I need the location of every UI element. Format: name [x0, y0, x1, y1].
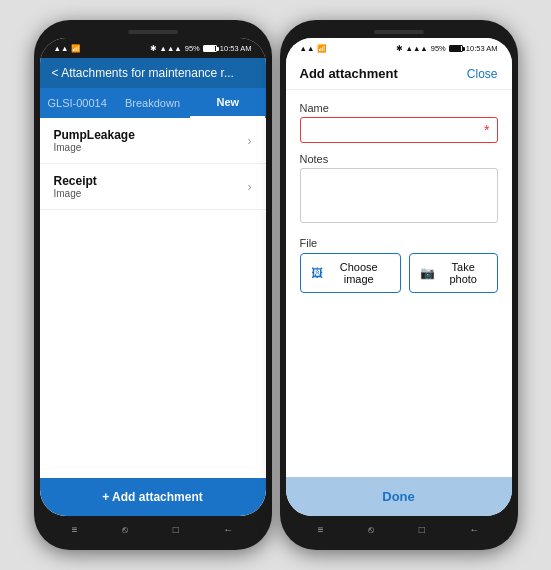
signal-bars-2: ▲▲▲: [406, 44, 428, 53]
phone-2: ▲▲ 📶 ✱ ▲▲▲ 95% 10:53 AM Add attachment C…: [280, 20, 518, 550]
status-right-1: ✱ ▲▲▲ 95% 10:53 AM: [150, 44, 252, 53]
back-link[interactable]: < Attachments for maintenance r...: [52, 66, 254, 80]
notes-label: Notes: [300, 153, 498, 165]
file-buttons: 🖼 Choose image 📷 Take photo: [300, 253, 498, 293]
take-photo-button[interactable]: 📷 Take photo: [409, 253, 498, 293]
form-header: Add attachment Close: [286, 58, 512, 90]
status-bar-1: ▲▲ 📶 ✱ ▲▲▲ 95% 10:53 AM: [40, 38, 266, 58]
wifi-icon-2: 📶: [317, 44, 326, 53]
form-title: Add attachment: [300, 66, 398, 81]
tab-breakdown[interactable]: Breakdown: [115, 89, 190, 117]
bottom-back-icon[interactable]: ←: [223, 524, 233, 535]
bottom-nav-2: ≡ ⎋ □ ←: [286, 516, 512, 540]
name-label: Name: [300, 102, 498, 114]
camera-icon: 📷: [420, 266, 435, 280]
nav-bar-1[interactable]: < Attachments for maintenance r...: [40, 58, 266, 88]
bottom-home-icon[interactable]: □: [173, 524, 179, 535]
form-body: Name * Notes File 🖼: [286, 90, 512, 477]
bottom-menu-icon-2[interactable]: ≡: [318, 524, 324, 535]
attachment-subtitle-1: Image: [54, 188, 97, 199]
status-bar-2: ▲▲ 📶 ✱ ▲▲▲ 95% 10:53 AM: [286, 38, 512, 58]
bottom-recent-icon[interactable]: ⎋: [122, 524, 128, 535]
battery-icon-2: [449, 45, 463, 52]
chevron-icon-1: ›: [248, 180, 252, 194]
status-left-2: ▲▲ 📶: [300, 44, 327, 53]
time-1: 10:53 AM: [220, 44, 252, 53]
status-left-1: ▲▲ 📶: [54, 44, 81, 53]
choose-image-button[interactable]: 🖼 Choose image: [300, 253, 401, 293]
phones-container: ▲▲ 📶 ✱ ▲▲▲ 95% 10:53 AM < Attachments fo…: [34, 20, 518, 550]
file-label: File: [300, 237, 498, 249]
list-item-info-1: Receipt Image: [54, 174, 97, 199]
name-input-wrapper: *: [300, 117, 498, 143]
battery-percent-1: 95%: [185, 44, 200, 53]
bottom-menu-icon[interactable]: ≡: [72, 524, 78, 535]
list-item-info-0: PumpLeakage Image: [54, 128, 135, 153]
add-attachment-button[interactable]: + Add attachment: [40, 478, 266, 516]
wifi-icon: 📶: [71, 44, 80, 53]
bottom-back-icon-2[interactable]: ←: [469, 524, 479, 535]
notes-input[interactable]: [300, 168, 498, 223]
attachment-list: PumpLeakage Image › Receipt Image ›: [40, 118, 266, 478]
attachment-subtitle-0: Image: [54, 142, 135, 153]
list-item[interactable]: PumpLeakage Image ›: [40, 118, 266, 164]
chevron-icon-0: ›: [248, 134, 252, 148]
signal-bars: ▲▲▲: [160, 44, 182, 53]
screen-2: ▲▲ 📶 ✱ ▲▲▲ 95% 10:53 AM Add attachment C…: [286, 38, 512, 516]
phone-speaker-2: [374, 30, 424, 34]
name-input[interactable]: [300, 117, 498, 143]
file-field-group: File 🖼 Choose image 📷 Take photo: [300, 237, 498, 293]
bottom-home-icon-2[interactable]: □: [419, 524, 425, 535]
status-right-2: ✱ ▲▲▲ 95% 10:53 AM: [396, 44, 498, 53]
bottom-nav-1: ≡ ⎋ □ ←: [40, 516, 266, 540]
image-icon: 🖼: [311, 266, 323, 280]
tab-bar-1: GLSI-00014 Breakdown New: [40, 88, 266, 118]
battery-icon-1: [203, 45, 217, 52]
phone-1: ▲▲ 📶 ✱ ▲▲▲ 95% 10:53 AM < Attachments fo…: [34, 20, 272, 550]
bottom-recent-icon-2[interactable]: ⎋: [368, 524, 374, 535]
list-item[interactable]: Receipt Image ›: [40, 164, 266, 210]
tab-glsi[interactable]: GLSI-00014: [40, 89, 115, 117]
bluetooth-icon: ✱: [150, 44, 157, 53]
phone-speaker-1: [128, 30, 178, 34]
battery-percent-2: 95%: [431, 44, 446, 53]
name-field-group: Name *: [300, 102, 498, 143]
close-button[interactable]: Close: [467, 67, 498, 81]
time-2: 10:53 AM: [466, 44, 498, 53]
required-star: *: [484, 122, 489, 138]
tab-new[interactable]: New: [190, 88, 265, 118]
notes-field-group: Notes: [300, 153, 498, 227]
attachment-title-0: PumpLeakage: [54, 128, 135, 142]
screen-1: ▲▲ 📶 ✱ ▲▲▲ 95% 10:53 AM < Attachments fo…: [40, 38, 266, 516]
attachment-title-1: Receipt: [54, 174, 97, 188]
signal-icon-2: ▲▲: [300, 44, 315, 53]
signal-icon: ▲▲: [54, 44, 69, 53]
bluetooth-icon-2: ✱: [396, 44, 403, 53]
done-button[interactable]: Done: [286, 477, 512, 516]
